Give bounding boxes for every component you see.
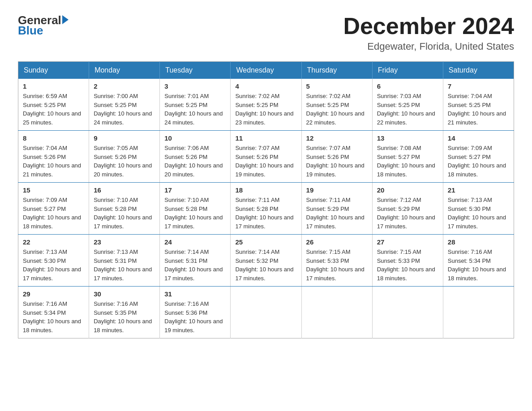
header-sunday: Sunday	[18, 62, 89, 79]
day-number: 18	[235, 186, 296, 194]
day-number: 21	[448, 186, 509, 194]
location-subtitle: Edgewater, Florida, United States	[343, 41, 514, 52]
day-cell: 23 Sunrise: 7:13 AM Sunset: 5:31 PM Dayl…	[89, 235, 160, 287]
day-number: 22	[23, 238, 84, 246]
day-number: 26	[306, 238, 368, 246]
day-cell: 16 Sunrise: 7:10 AM Sunset: 5:28 PM Dayl…	[89, 183, 160, 235]
day-number: 6	[377, 82, 438, 90]
day-info: Sunrise: 7:09 AM Sunset: 5:27 PM Dayligh…	[448, 144, 509, 179]
calendar-table: SundayMondayTuesdayWednesdayThursdayFrid…	[18, 61, 514, 338]
day-cell: 19 Sunrise: 7:11 AM Sunset: 5:29 PM Dayl…	[301, 183, 372, 235]
day-number: 19	[306, 186, 368, 194]
day-cell: 15 Sunrise: 7:09 AM Sunset: 5:27 PM Dayl…	[18, 183, 89, 235]
day-cell	[231, 287, 301, 338]
day-number: 29	[23, 290, 84, 298]
day-cell: 22 Sunrise: 7:13 AM Sunset: 5:30 PM Dayl…	[18, 235, 89, 287]
day-number: 25	[235, 238, 296, 246]
day-info: Sunrise: 7:05 AM Sunset: 5:26 PM Dayligh…	[94, 144, 155, 179]
day-cell: 14 Sunrise: 7:09 AM Sunset: 5:27 PM Dayl…	[443, 131, 514, 183]
day-info: Sunrise: 7:07 AM Sunset: 5:26 PM Dayligh…	[306, 144, 368, 179]
week-row-4: 22 Sunrise: 7:13 AM Sunset: 5:30 PM Dayl…	[18, 235, 514, 287]
day-cell: 24 Sunrise: 7:14 AM Sunset: 5:31 PM Dayl…	[160, 235, 231, 287]
day-info: Sunrise: 7:08 AM Sunset: 5:27 PM Dayligh…	[377, 144, 438, 179]
day-info: Sunrise: 7:16 AM Sunset: 5:34 PM Dayligh…	[448, 248, 509, 283]
week-row-3: 15 Sunrise: 7:09 AM Sunset: 5:27 PM Dayl…	[18, 183, 514, 235]
day-cell: 6 Sunrise: 7:03 AM Sunset: 5:25 PM Dayli…	[372, 79, 443, 131]
day-cell: 4 Sunrise: 7:02 AM Sunset: 5:25 PM Dayli…	[231, 79, 301, 131]
day-info: Sunrise: 7:13 AM Sunset: 5:31 PM Dayligh…	[94, 248, 155, 283]
header-tuesday: Tuesday	[160, 62, 231, 79]
header-monday: Monday	[89, 62, 160, 79]
day-info: Sunrise: 7:16 AM Sunset: 5:36 PM Dayligh…	[164, 300, 226, 334]
day-info: Sunrise: 7:15 AM Sunset: 5:33 PM Dayligh…	[377, 248, 438, 283]
day-number: 24	[164, 238, 226, 246]
day-cell: 29 Sunrise: 7:16 AM Sunset: 5:34 PM Dayl…	[18, 287, 89, 338]
week-row-2: 8 Sunrise: 7:04 AM Sunset: 5:26 PM Dayli…	[18, 131, 514, 183]
day-info: Sunrise: 7:02 AM Sunset: 5:25 PM Dayligh…	[235, 92, 296, 127]
day-cell: 10 Sunrise: 7:06 AM Sunset: 5:26 PM Dayl…	[160, 131, 231, 183]
day-number: 9	[94, 134, 155, 142]
day-cell: 31 Sunrise: 7:16 AM Sunset: 5:36 PM Dayl…	[160, 287, 231, 338]
day-info: Sunrise: 7:15 AM Sunset: 5:33 PM Dayligh…	[306, 248, 368, 283]
day-number: 5	[306, 82, 368, 90]
day-number: 16	[94, 186, 155, 194]
day-number: 31	[164, 290, 226, 298]
day-info: Sunrise: 7:14 AM Sunset: 5:31 PM Dayligh…	[164, 248, 226, 283]
day-cell: 7 Sunrise: 7:04 AM Sunset: 5:25 PM Dayli…	[443, 79, 514, 131]
day-number: 11	[235, 134, 296, 142]
day-number: 4	[235, 82, 296, 90]
logo: General Blue	[18, 13, 69, 38]
day-cell: 18 Sunrise: 7:11 AM Sunset: 5:28 PM Dayl…	[231, 183, 301, 235]
day-cell: 9 Sunrise: 7:05 AM Sunset: 5:26 PM Dayli…	[89, 131, 160, 183]
day-cell: 5 Sunrise: 7:02 AM Sunset: 5:25 PM Dayli…	[301, 79, 372, 131]
day-cell: 3 Sunrise: 7:01 AM Sunset: 5:25 PM Dayli…	[160, 79, 231, 131]
day-cell: 30 Sunrise: 7:16 AM Sunset: 5:35 PM Dayl…	[89, 287, 160, 338]
day-cell: 13 Sunrise: 7:08 AM Sunset: 5:27 PM Dayl…	[372, 131, 443, 183]
day-number: 10	[164, 134, 226, 142]
day-cell: 25 Sunrise: 7:14 AM Sunset: 5:32 PM Dayl…	[231, 235, 301, 287]
logo-blue-text: Blue	[18, 24, 69, 38]
day-info: Sunrise: 7:14 AM Sunset: 5:32 PM Dayligh…	[235, 248, 296, 283]
day-info: Sunrise: 7:13 AM Sunset: 5:30 PM Dayligh…	[23, 248, 84, 283]
day-info: Sunrise: 7:01 AM Sunset: 5:25 PM Dayligh…	[164, 92, 226, 127]
day-number: 8	[23, 134, 84, 142]
day-info: Sunrise: 7:04 AM Sunset: 5:26 PM Dayligh…	[23, 144, 84, 179]
day-info: Sunrise: 7:00 AM Sunset: 5:25 PM Dayligh…	[94, 92, 155, 127]
day-cell	[372, 287, 443, 338]
day-number: 15	[23, 186, 84, 194]
day-number: 23	[94, 238, 155, 246]
day-number: 2	[94, 82, 155, 90]
day-number: 30	[94, 290, 155, 298]
header-thursday: Thursday	[301, 62, 372, 79]
day-cell	[443, 287, 514, 338]
day-info: Sunrise: 7:13 AM Sunset: 5:30 PM Dayligh…	[448, 196, 509, 231]
title-area: December 2024 Edgewater, Florida, United…	[343, 13, 514, 52]
day-info: Sunrise: 7:10 AM Sunset: 5:28 PM Dayligh…	[164, 196, 226, 231]
day-number: 28	[448, 238, 509, 246]
page-header: General Blue December 2024 Edgewater, Fl…	[18, 13, 514, 52]
day-cell: 12 Sunrise: 7:07 AM Sunset: 5:26 PM Dayl…	[301, 131, 372, 183]
day-info: Sunrise: 7:03 AM Sunset: 5:25 PM Dayligh…	[377, 92, 438, 127]
day-number: 7	[448, 82, 509, 90]
day-number: 14	[448, 134, 509, 142]
week-row-1: 1 Sunrise: 6:59 AM Sunset: 5:25 PM Dayli…	[18, 79, 514, 131]
day-cell: 17 Sunrise: 7:10 AM Sunset: 5:28 PM Dayl…	[160, 183, 231, 235]
day-cell: 26 Sunrise: 7:15 AM Sunset: 5:33 PM Dayl…	[301, 235, 372, 287]
day-info: Sunrise: 7:09 AM Sunset: 5:27 PM Dayligh…	[23, 196, 84, 231]
day-info: Sunrise: 7:11 AM Sunset: 5:28 PM Dayligh…	[235, 196, 296, 231]
day-info: Sunrise: 7:04 AM Sunset: 5:25 PM Dayligh…	[448, 92, 509, 127]
day-info: Sunrise: 7:02 AM Sunset: 5:25 PM Dayligh…	[306, 92, 368, 127]
header-friday: Friday	[372, 62, 443, 79]
day-cell: 2 Sunrise: 7:00 AM Sunset: 5:25 PM Dayli…	[89, 79, 160, 131]
header-wednesday: Wednesday	[231, 62, 301, 79]
day-info: Sunrise: 7:11 AM Sunset: 5:29 PM Dayligh…	[306, 196, 368, 231]
day-number: 1	[23, 82, 84, 90]
logo-arrow-icon	[62, 15, 69, 24]
day-cell: 8 Sunrise: 7:04 AM Sunset: 5:26 PM Dayli…	[18, 131, 89, 183]
day-info: Sunrise: 7:16 AM Sunset: 5:34 PM Dayligh…	[23, 300, 84, 334]
day-cell: 21 Sunrise: 7:13 AM Sunset: 5:30 PM Dayl…	[443, 183, 514, 235]
day-number: 27	[377, 238, 438, 246]
day-info: Sunrise: 6:59 AM Sunset: 5:25 PM Dayligh…	[23, 92, 84, 127]
day-cell: 1 Sunrise: 6:59 AM Sunset: 5:25 PM Dayli…	[18, 79, 89, 131]
day-info: Sunrise: 7:10 AM Sunset: 5:28 PM Dayligh…	[94, 196, 155, 231]
